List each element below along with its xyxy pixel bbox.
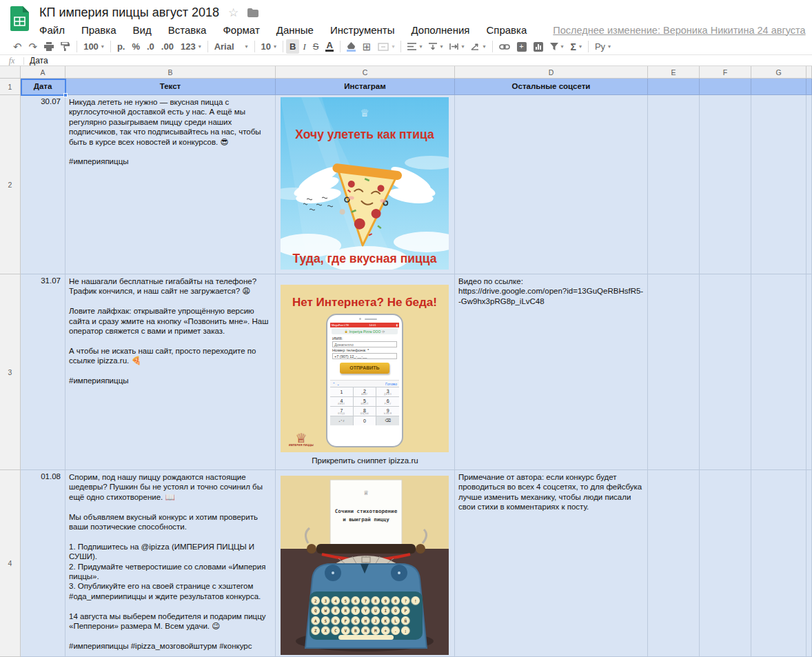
menu-file[interactable]: Файл — [39, 23, 73, 37]
cell-f2[interactable] — [700, 95, 751, 274]
star-icon[interactable]: ☆ — [228, 7, 238, 19]
redo-button[interactable]: ↷ — [26, 39, 41, 54]
cell-d2[interactable] — [455, 95, 648, 274]
cell-c4[interactable]: ♕ Сочини стихотворение и выиграй пиццу — [276, 470, 455, 657]
menu-data[interactable]: Данные — [276, 23, 322, 37]
cell-e3[interactable] — [648, 274, 700, 470]
formula-bar: fx Дата — [0, 56, 812, 66]
menu-view[interactable]: Вид — [133, 23, 160, 37]
folder-move-icon[interactable] — [247, 8, 258, 17]
column-header-a[interactable]: A — [21, 66, 65, 79]
cell-h2-partial[interactable] — [806, 95, 812, 274]
formula-input[interactable]: Дата — [30, 56, 48, 65]
cell-c2[interactable]: ♕ Хочу улететь как птица — [276, 95, 455, 274]
cell-a2[interactable]: 30.07 — [21, 95, 65, 274]
cell-g2[interactable] — [751, 95, 806, 274]
cell-b3[interactable]: Не нашагали бесплатные гигабайты на теле… — [65, 274, 276, 470]
cell-b1[interactable]: Текст — [65, 79, 276, 95]
menu-insert[interactable]: Вставка — [168, 23, 215, 37]
insert-link-button[interactable] — [496, 39, 514, 54]
column-header-d[interactable]: D — [455, 66, 648, 79]
cell-d3[interactable]: Видео по ссылке: https://drive.google.co… — [455, 274, 648, 470]
cell-d4[interactable]: Примечание от автора: если конкурс будет… — [455, 470, 648, 657]
column-header-e[interactable]: E — [648, 66, 700, 79]
print-button[interactable] — [41, 39, 57, 54]
phone-address-bar: 🔒 Imperiya Pizza OOO ⟳ — [332, 328, 398, 334]
cell-f3[interactable] — [700, 274, 751, 470]
row-header-2[interactable]: 2 — [0, 95, 21, 274]
text-color-button[interactable]: A — [322, 39, 336, 54]
cell-a4[interactable]: 01.08 — [21, 470, 65, 657]
input-tools-button[interactable]: Ру▾ — [591, 39, 614, 54]
column-header-g[interactable]: G — [751, 66, 806, 79]
column-header-partial[interactable] — [806, 66, 812, 79]
cell-f1[interactable] — [700, 79, 751, 95]
document-title[interactable]: КП империя пиццы август 2018 — [39, 6, 219, 20]
italic-button[interactable]: I — [299, 39, 309, 54]
image-caption: Прикрепить сниппет ipizza.ru — [276, 456, 454, 465]
image-title: Нет Интернета? Не беда! — [281, 296, 449, 310]
insert-comment-button[interactable]: + — [514, 39, 530, 54]
cell-a3[interactable]: 31.07 — [21, 274, 65, 470]
paint-format-button[interactable] — [57, 39, 74, 54]
column-header-c[interactable]: C — [276, 66, 455, 79]
cell-e4[interactable] — [648, 470, 700, 657]
horizontal-align-button[interactable]: ▾ — [404, 39, 425, 54]
percent-format-button[interactable]: % — [128, 39, 143, 54]
row-header-4[interactable]: 4 — [0, 470, 21, 657]
cell-c1[interactable]: Инстаграм — [276, 79, 455, 95]
sheet-grid: A B C D E F G 1 Дата Текст Инстаграм Ост… — [0, 66, 812, 657]
column-header-f[interactable]: F — [700, 66, 751, 79]
menu-addons[interactable]: Дополнения — [412, 23, 478, 37]
number-format-button[interactable]: 123▾ — [177, 39, 205, 54]
phone-label: Номер телефона: * — [332, 348, 397, 352]
vertical-align-button[interactable]: ▾ — [425, 39, 446, 54]
cell-g3[interactable] — [751, 274, 806, 470]
text-rotation-button[interactable]: ▾ — [467, 39, 489, 54]
font-size-select[interactable]: 10▾ — [258, 39, 280, 54]
cell-b2[interactable]: Никуда лететь не нужно — вкусная пицца с… — [65, 95, 276, 274]
typewriter-keys-row3: ASDFGHJKLÑ — [314, 618, 414, 623]
cell-h3-partial[interactable] — [806, 274, 812, 470]
bold-button[interactable]: B — [286, 39, 299, 54]
cell-d1[interactable]: Остальные соцсети — [455, 79, 648, 95]
cell-a1[interactable]: Дата — [21, 79, 65, 95]
name-input: Донателло — [332, 341, 397, 347]
cell-f4[interactable] — [700, 470, 751, 657]
cell-h4-partial[interactable] — [806, 470, 812, 657]
row-header-3[interactable]: 3 — [0, 274, 21, 470]
fill-color-button[interactable] — [343, 39, 359, 54]
insert-chart-button[interactable] — [530, 39, 547, 54]
image-bottom-text: Туда, где вкусная пицца — [293, 252, 437, 265]
select-all-corner[interactable] — [0, 66, 21, 79]
cell-c3[interactable]: Нет Интернета? Не беда! MegaFon LTE 14:0… — [276, 274, 455, 470]
text-wrap-button[interactable]: ▾ — [446, 39, 467, 54]
column-header-b[interactable]: B — [65, 66, 276, 79]
menu-tools[interactable]: Инструменты — [330, 23, 403, 37]
sheets-logo-icon[interactable] — [10, 6, 29, 31]
menu-format[interactable]: Формат — [223, 23, 267, 37]
font-select[interactable]: Arial▾ — [211, 39, 252, 54]
cell-e2[interactable] — [648, 95, 700, 274]
currency-format-button[interactable]: р. — [114, 39, 129, 54]
decrease-decimal-button[interactable]: .0 — [143, 39, 158, 54]
functions-button[interactable]: Σ▾ — [567, 39, 585, 54]
undo-button[interactable]: ↶ — [10, 39, 26, 54]
borders-button[interactable]: ⊞ — [359, 39, 375, 54]
last-edit-link[interactable]: Последнее изменение: Вероника Никитина 2… — [553, 25, 805, 36]
cell-g1[interactable] — [751, 79, 806, 95]
filter-button[interactable]: ▾ — [547, 39, 567, 54]
brand-crown-logo: ♕ ИМПЕРИЯ ПИЦЦЫ — [289, 432, 314, 447]
row-header-1[interactable]: 1 — [0, 79, 21, 95]
menu-edit[interactable]: Правка — [81, 23, 125, 37]
zoom-select[interactable]: 100▾ — [80, 39, 108, 54]
image-top-text: Хочу улететь как птица — [295, 128, 434, 141]
strikethrough-button[interactable]: S — [309, 39, 323, 54]
cell-b4[interactable]: Спорим, под нашу пиццу рождаются настоящ… — [65, 470, 276, 657]
cell-g4[interactable] — [751, 470, 806, 657]
cell-e1[interactable] — [648, 79, 700, 95]
cell-h1-partial[interactable] — [806, 79, 812, 95]
increase-decimal-button[interactable]: .00 — [158, 39, 177, 54]
merge-cells-button[interactable]: ▾ — [374, 39, 398, 54]
menu-help[interactable]: Справка — [486, 23, 535, 37]
